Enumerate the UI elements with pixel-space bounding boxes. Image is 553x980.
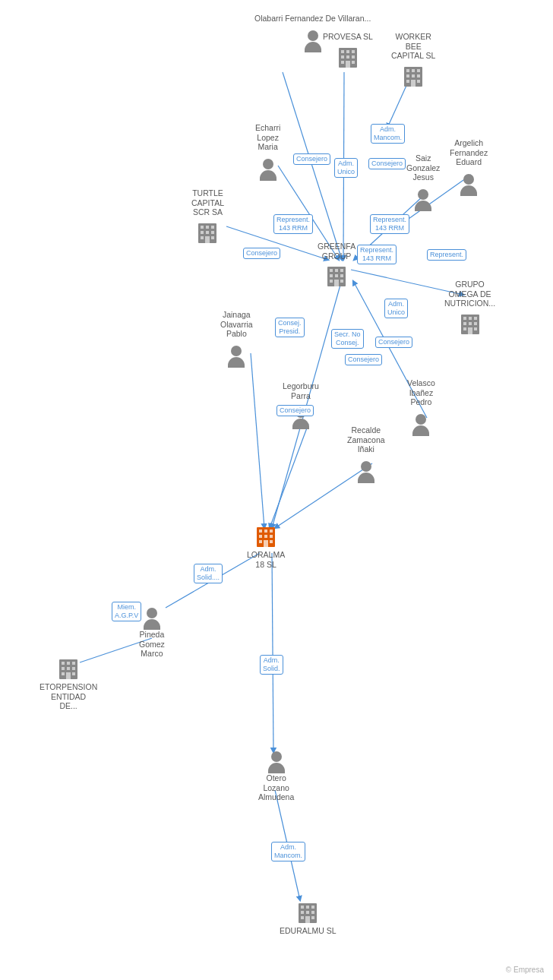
person-icon-jainaga (224, 340, 248, 368)
node-jainaga[interactable]: JainagaOlavarriaPablo (220, 310, 253, 368)
svg-rect-84 (72, 667, 75, 670)
svg-rect-72 (259, 535, 262, 538)
building-icon-eduralmu (294, 899, 321, 926)
svg-rect-86 (72, 672, 75, 675)
svg-rect-75 (259, 540, 262, 543)
svg-rect-94 (311, 911, 314, 914)
badge-miem-agpv[interactable]: Miem.A.G.P.V (112, 602, 141, 621)
svg-rect-23 (346, 55, 349, 58)
badge-adm-solid-1[interactable]: Adm.Solid.... (194, 564, 223, 583)
badge-consejero-2[interactable]: Consejero (293, 153, 330, 165)
node-pineda[interactable]: PinedaGomezMarco (139, 602, 165, 660)
svg-rect-41 (211, 226, 214, 229)
building-icon (334, 43, 362, 71)
svg-rect-36 (417, 80, 420, 83)
svg-rect-90 (306, 906, 309, 909)
node-turtle[interactable]: TURTLECAPITALSCR SA (191, 188, 224, 246)
badge-adm-mancom-1[interactable]: Adm.Mancom. (371, 124, 405, 144)
svg-rect-26 (352, 61, 355, 64)
node-grupo-omega[interactable]: GRUPOOMEGA DENUTRICION... (444, 280, 495, 337)
svg-rect-82 (62, 667, 65, 670)
badge-represent-2[interactable]: Represent.143 RRM (370, 214, 409, 234)
building-icon-grupo-omega (457, 310, 484, 337)
svg-rect-67 (468, 327, 472, 334)
svg-rect-47 (205, 236, 210, 243)
svg-rect-80 (67, 662, 70, 665)
svg-rect-24 (352, 55, 355, 58)
svg-rect-85 (62, 672, 65, 675)
svg-rect-50 (335, 269, 338, 272)
node-recalde[interactable]: RecaldeZamaconaIñaki (347, 425, 385, 483)
badge-secr-no-consej[interactable]: Secr. NoConsej. (331, 329, 364, 349)
node-eduralmu[interactable]: EDURALMU SL (280, 899, 337, 937)
svg-rect-33 (412, 74, 415, 77)
svg-rect-52 (330, 274, 333, 277)
svg-rect-96 (311, 916, 314, 919)
badge-represent-1[interactable]: Represent.143 RRM (273, 214, 313, 234)
svg-rect-21 (352, 50, 355, 53)
svg-rect-83 (67, 667, 70, 670)
person-icon-otero (264, 746, 289, 773)
svg-rect-45 (201, 236, 204, 239)
node-provesa[interactable]: PROVESA SL (323, 32, 373, 71)
badge-consejero-5[interactable]: Consejero (345, 354, 382, 365)
badge-adm-unico-1[interactable]: Adm.Unico (334, 158, 358, 178)
badge-consejero-1[interactable]: Consejero (368, 158, 406, 169)
node-etorpension[interactable]: ETORPENSIONENTIDADDE... (40, 655, 97, 713)
svg-rect-34 (417, 74, 420, 77)
svg-rect-35 (406, 80, 409, 83)
badge-consejero-4[interactable]: Consejero (375, 337, 412, 348)
svg-rect-42 (201, 231, 204, 234)
svg-rect-77 (264, 540, 268, 547)
badge-adm-mancom-2[interactable]: Adm.Mancom. (271, 842, 305, 861)
building-icon-loralma (252, 523, 280, 550)
svg-rect-62 (463, 322, 466, 325)
badge-consejero-6[interactable]: Consejero (276, 405, 314, 416)
badge-consejero-3[interactable]: Consejero (243, 248, 280, 259)
svg-rect-97 (305, 916, 310, 923)
svg-rect-73 (264, 535, 267, 538)
svg-rect-76 (270, 540, 273, 543)
building-icon-greenfarm (323, 262, 350, 289)
svg-rect-69 (259, 530, 262, 533)
building-icon-worker-bee (400, 62, 427, 90)
badge-consej-presid[interactable]: Consej.Presid. (275, 318, 305, 337)
svg-rect-53 (335, 274, 338, 277)
svg-rect-65 (463, 327, 466, 330)
svg-rect-56 (340, 280, 343, 283)
svg-rect-37 (411, 80, 416, 87)
badge-represent-4[interactable]: Represent. (427, 249, 466, 261)
svg-rect-25 (341, 61, 344, 64)
svg-rect-89 (301, 906, 304, 909)
node-argelich[interactable]: ArgelichFernandezEduard (450, 138, 488, 196)
node-worker-bee[interactable]: WORKERBEECAPITAL SL (391, 32, 435, 90)
person-icon (301, 25, 325, 52)
person-icon-argelich (457, 169, 481, 196)
node-otero[interactable]: OteroLozanoAlmudena (258, 746, 294, 804)
svg-rect-92 (301, 911, 304, 914)
svg-rect-40 (206, 226, 209, 229)
badge-represent-3[interactable]: Represent.143 RRM (357, 245, 397, 264)
svg-rect-49 (330, 269, 333, 272)
svg-rect-91 (311, 906, 314, 909)
node-velasco[interactable]: VelascoIbañezPedro (407, 378, 435, 436)
svg-rect-43 (206, 231, 209, 234)
svg-rect-30 (412, 69, 415, 72)
svg-line-10 (270, 424, 308, 528)
badge-adm-solid-2[interactable]: Adm.Solid. (260, 655, 283, 675)
svg-rect-60 (469, 317, 472, 320)
node-echarri[interactable]: EcharriLopezMaria (255, 123, 280, 181)
node-saiz[interactable]: SaizGonzalezJesus (406, 153, 440, 211)
node-loralma[interactable]: LORALMA18 SL (247, 523, 285, 571)
svg-rect-70 (264, 530, 267, 533)
svg-rect-74 (270, 535, 273, 538)
node-greenfarm[interactable]: GREENFAGROUP (318, 242, 356, 289)
svg-rect-32 (406, 74, 409, 77)
svg-rect-22 (341, 55, 344, 58)
building-icon-turtle (194, 219, 221, 246)
svg-rect-44 (211, 231, 214, 234)
svg-rect-29 (406, 69, 409, 72)
svg-rect-93 (306, 911, 309, 914)
badge-adm-unico-2[interactable]: Adm.Unico (384, 299, 408, 318)
copyright: © Empresa (506, 966, 544, 974)
